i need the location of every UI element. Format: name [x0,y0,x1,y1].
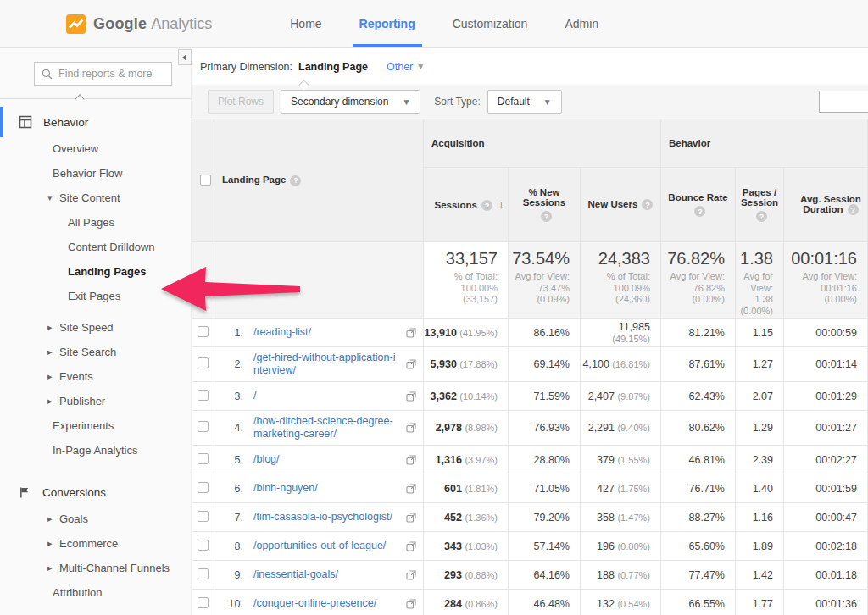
row-checkbox[interactable] [198,540,209,551]
sidebar-item-conversions[interactable]: Conversions [0,478,191,507]
sidebar-item-site-speed[interactable]: ▸Site Speed [0,315,191,340]
sidebar-item-behavior[interactable]: Behavior [0,108,191,136]
sidebar-item-in-page-analytics[interactable]: In-Page Analytics [0,438,191,463]
pct-new-sessions-cell: 79.20% [508,503,580,532]
totals-new-users: 24,383% of Total: 100.09% (24,360) [580,242,660,319]
nav-home[interactable]: Home [271,0,340,47]
row-checkbox[interactable] [198,482,209,493]
bounce-rate-cell: 80.62% [660,411,735,446]
nav-reporting[interactable]: Reporting [341,0,434,47]
row-checkbox[interactable] [198,511,209,522]
table-row: 4. /how-ditched-science-degree-marketing… [192,411,867,446]
open-page-icon[interactable] [406,328,416,338]
open-page-icon[interactable] [406,599,416,609]
bounce-rate-column-header[interactable]: Bounce Rate? [660,168,735,242]
landing-page-link[interactable]: /tim-casasola-io-psychologist/ [253,511,399,524]
sort-type-dropdown[interactable]: Default▼ [487,90,562,114]
help-icon[interactable]: ? [848,204,859,215]
pct-new-sessions-column-header[interactable]: % New Sessions? [508,168,580,242]
sidebar-collapse-button[interactable] [178,49,192,65]
sidebar-item-label: Overview [53,142,98,155]
landing-page-link[interactable]: /conquer-online-presence/ [253,597,399,610]
nav-admin[interactable]: Admin [546,0,617,47]
open-page-icon[interactable] [406,359,416,369]
acquisition-group-header: Acquisition [423,119,660,168]
landing-page-column-header[interactable]: Landing Page? [214,119,423,242]
sidebar-item-experiments[interactable]: Experiments [0,413,191,438]
open-page-icon[interactable] [406,455,416,465]
landing-page-link[interactable]: / [253,390,399,402]
sidebar-item-label: Multi-Channel Funnels [59,562,170,574]
plot-rows-button[interactable]: Plot Rows [208,90,274,114]
sidebar-item-publisher[interactable]: ▸Publisher [0,389,191,413]
sidebar-item-multi-channel-funnels[interactable]: ▸Multi-Channel Funnels [0,556,191,580]
sidebar-item-site-search[interactable]: ▸Site Search [0,340,191,364]
sidebar-item-goals[interactable]: ▸Goals [0,507,191,531]
google-analytics-logo[interactable]: Google Analytics [66,0,212,47]
sidebar-item-attribution[interactable]: Attribution [0,580,191,605]
row-checkbox[interactable] [198,390,209,401]
row-checkbox[interactable] [198,453,209,464]
help-icon[interactable]: ? [290,175,301,186]
landing-page-link[interactable]: /reading-list/ [253,326,399,339]
pct-new-sessions-cell: 71.05% [508,474,580,503]
caret-right-icon: ▸ [47,371,56,382]
avg-duration-cell: 00:02:27 [783,446,867,474]
bounce-rate-cell: 46.81% [660,446,735,474]
landing-page-link[interactable]: /get-hired-without-application-interview… [253,352,399,377]
select-all-checkbox[interactable] [200,175,211,186]
pages-session-cell: 1.42 [735,561,783,590]
secondary-dimension-dropdown[interactable]: Secondary dimension▼ [281,90,420,114]
sidebar-item-events[interactable]: ▸Events [0,364,191,389]
sidebar-item-content-drilldown[interactable]: Content Drilldown [0,235,191,259]
landing-page-link[interactable]: /opportunities-out-of-league/ [253,540,399,552]
help-icon[interactable]: ? [541,211,552,222]
avg-duration-column-header[interactable]: Avg. Session Duration? [783,168,867,242]
find-reports-input[interactable] [58,68,160,80]
row-checkbox[interactable] [198,568,209,579]
landing-page-link[interactable]: /how-ditched-science-degree-marketing-ca… [253,415,399,440]
row-checkbox[interactable] [198,421,209,432]
help-icon[interactable]: ? [642,199,653,210]
primary-dimension-value[interactable]: Landing Page [298,61,368,73]
avg-duration-cell: 00:02:18 [783,532,867,561]
sidebar-item-label: Exit Pages [68,290,120,302]
pages-session-cell: 1.27 [735,347,783,382]
row-checkbox[interactable] [198,597,209,608]
pages-session-cell: 1.89 [735,532,783,561]
new-users-cell: 2,407 (9.87%) [580,382,660,411]
bounce-rate-cell: 62.43% [660,382,735,411]
new-users-cell: 358 (1.47%) [580,503,660,532]
sessions-column-header[interactable]: Sessions?↓ [423,168,508,242]
sidebar-item-all-pages[interactable]: All Pages [0,210,191,235]
help-icon[interactable]: ? [481,200,492,211]
landing-page-link[interactable]: /inessential-goals/ [253,568,399,581]
nav-customization[interactable]: Customization [434,0,547,47]
sidebar-item-label: In-Page Analytics [53,444,137,457]
behavior-icon [19,115,32,129]
other-dimension-link[interactable]: Other [387,61,413,73]
open-page-icon[interactable] [406,391,416,402]
open-page-icon[interactable] [406,484,416,494]
help-icon[interactable]: ? [756,211,767,222]
row-checkbox[interactable] [198,357,209,368]
sidebar-item-behavior-flow[interactable]: Behavior Flow [0,161,191,186]
sidebar-item-site-content[interactable]: ▾Site Content [0,186,191,210]
sidebar-search[interactable] [34,62,172,86]
table-filter-input[interactable] [819,91,868,113]
open-page-icon[interactable] [406,570,416,580]
help-icon[interactable]: ? [694,206,705,217]
open-page-icon[interactable] [406,423,416,433]
row-checkbox[interactable] [198,326,209,337]
landing-page-link[interactable]: /binh-nguyen/ [253,482,399,495]
bounce-rate-cell: 65.60% [660,532,735,561]
sidebar-item-exit-pages[interactable]: Exit Pages [0,284,191,308]
sidebar-item-landing-pages[interactable]: Landing Pages [0,259,191,284]
sidebar-item-ecommerce[interactable]: ▸Ecommerce [0,531,191,556]
landing-page-link[interactable]: /blog/ [253,453,399,466]
open-page-icon[interactable] [406,541,416,551]
new-users-column-header[interactable]: New Users? [580,168,660,242]
open-page-icon[interactable] [406,512,416,523]
sidebar-item-overview[interactable]: Overview [0,136,191,161]
pages-session-column-header[interactable]: Pages / Session? [735,168,783,242]
